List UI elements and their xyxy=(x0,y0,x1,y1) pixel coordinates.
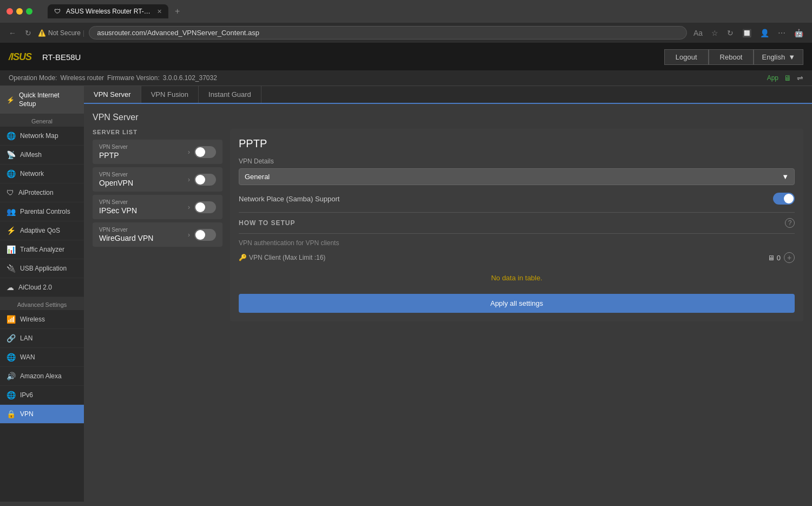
profile-icon[interactable]: 👤 xyxy=(758,27,771,40)
reboot-button[interactable]: Reboot xyxy=(709,49,754,65)
monitor-icon[interactable]: 🖥 xyxy=(784,74,791,82)
sidebar-item-aiprotection[interactable]: 🛡 AiProtection xyxy=(0,183,84,202)
vpn-auth-label: VPN authentication for VPN clients xyxy=(239,239,795,247)
vpn-client-text: VPN Client (Max Limit :16) xyxy=(249,254,325,261)
openvpn-name-label: OpenVPN xyxy=(99,179,133,187)
tab-title: ASUS Wireless Router RT-BE5... xyxy=(66,8,153,15)
url-text: asusrouter.com/Advanced_VPNServer_Conten… xyxy=(97,29,259,37)
operation-mode-value[interactable]: Wireless router xyxy=(60,74,104,82)
bookmark-icon[interactable]: ☆ xyxy=(709,27,721,40)
sidebar-label-amazon-alexa: Amazon Alexa xyxy=(20,372,62,380)
network-samba-toggle[interactable] xyxy=(773,193,795,205)
sidebar-item-network[interactable]: 🌐 Network xyxy=(0,165,84,183)
sidebar: ⚡ Quick Internet Setup General 🌐 Network… xyxy=(0,86,84,502)
firmware-version[interactable]: 3.0.0.6.102_37032 xyxy=(163,74,217,82)
active-tab[interactable]: 🛡 ASUS Wireless Router RT-BE5... ✕ xyxy=(48,4,168,18)
sidebar-item-ipv6[interactable]: 🌐 IPv6 xyxy=(0,386,84,405)
sidebar-item-parental-controls[interactable]: 👥 Parental Controls xyxy=(0,202,84,221)
tab-instant-guard[interactable]: Instant Guard xyxy=(199,86,261,103)
maximize-button[interactable] xyxy=(26,8,32,15)
logout-button[interactable]: Logout xyxy=(664,49,709,65)
refresh-icon[interactable]: ↻ xyxy=(725,27,736,40)
sidebar-item-adaptive-qos[interactable]: ⚡ Adaptive QoS xyxy=(0,221,84,240)
new-tab-button[interactable]: + xyxy=(171,4,184,18)
sidebar-item-usb-application[interactable]: 🔌 USB Application xyxy=(0,259,84,278)
sidebar-label-parental-controls: Parental Controls xyxy=(20,208,70,215)
server-item-openvpn-left: VPN Server OpenVPN xyxy=(99,172,133,187)
extension-icon[interactable]: 🔲 xyxy=(740,27,754,40)
network-icon[interactable]: ⇌ xyxy=(797,74,803,82)
sidebar-item-lan[interactable]: 🔗 LAN xyxy=(0,329,84,348)
close-button[interactable] xyxy=(6,8,13,15)
pptp-details-panel: PPTP VPN Details General ▼ Network Place… xyxy=(230,129,803,321)
vpn-details-dropdown[interactable]: General ▼ xyxy=(239,168,795,185)
tab-vpn-fusion[interactable]: VPN Fusion xyxy=(141,86,199,103)
ipsec-toggle[interactable] xyxy=(194,201,216,213)
titlebar: 🛡 ASUS Wireless Router RT-BE5... ✕ + xyxy=(0,0,812,23)
tab-close-button[interactable]: ✕ xyxy=(157,8,162,15)
how-to-setup-row: HOW TO SETUP ? xyxy=(239,212,795,234)
aiprotection-icon: 🛡 xyxy=(6,188,14,197)
sidebar-general-label: General xyxy=(0,114,84,127)
sidebar-item-aimesh[interactable]: 📡 AiMesh xyxy=(0,146,84,165)
server-item-pptp[interactable]: VPN Server PPTP › xyxy=(93,140,222,164)
refresh-button[interactable]: ↻ xyxy=(23,27,34,40)
tab-vpn-server[interactable]: VPN Server xyxy=(84,86,141,103)
network-icon: 🌐 xyxy=(6,169,16,178)
server-item-openvpn[interactable]: VPN Server OpenVPN › xyxy=(93,167,222,192)
help-icon[interactable]: ? xyxy=(785,218,795,228)
server-item-wireguard[interactable]: VPN Server WireGuard VPN › xyxy=(93,222,222,247)
warning-icon: ⚠️ xyxy=(38,29,46,37)
sidebar-item-network-map[interactable]: 🌐 Network Map xyxy=(0,127,84,146)
address-bar[interactable]: asusrouter.com/Advanced_VPNServer_Conten… xyxy=(89,26,687,40)
openvpn-toggle[interactable] xyxy=(194,174,216,186)
server-item-ipsec[interactable]: VPN Server IPSec VPN › xyxy=(93,195,222,219)
app-label: App xyxy=(767,74,778,82)
pptp-chevron-icon: › xyxy=(188,148,190,156)
toolbar-icons: Aa ☆ ↻ 🔲 👤 ⋯ 🤖 xyxy=(691,27,806,40)
monitor-icon: 🖥 xyxy=(768,254,775,262)
minimize-button[interactable] xyxy=(16,8,23,15)
server-item-openvpn-right: › xyxy=(188,174,216,186)
operation-mode-label: Operation Mode: xyxy=(9,74,57,82)
lan-icon: 🔗 xyxy=(6,334,16,343)
pptp-title: PPTP xyxy=(239,137,795,150)
server-item-pptp-left: VPN Server PPTP xyxy=(99,144,128,160)
content-tabs: VPN Server VPN Fusion Instant Guard xyxy=(84,86,812,104)
browser-chrome: 🛡 ASUS Wireless Router RT-BE5... ✕ + ← ↻… xyxy=(0,0,812,43)
sidebar-label-wan: WAN xyxy=(20,353,35,361)
ipv6-icon: 🌐 xyxy=(6,391,16,399)
content-area: VPN Server VPN Fusion Instant Guard VPN … xyxy=(84,86,812,502)
router-logo: /ISUS xyxy=(9,51,31,63)
browser-toolbar: ← ↻ ⚠️ Not Secure | asusrouter.com/Advan… xyxy=(0,23,812,43)
security-badge: ⚠️ Not Secure | xyxy=(38,29,84,37)
reader-mode-icon[interactable]: Aa xyxy=(691,27,705,40)
aimesh-icon: 📡 xyxy=(6,150,16,159)
sidebar-item-amazon-alexa[interactable]: 🔊 Amazon Alexa xyxy=(0,367,84,386)
sidebar-item-wan[interactable]: 🌐 WAN xyxy=(0,348,84,367)
sidebar-label-adaptive-qos: Adaptive QoS xyxy=(20,227,60,234)
content-panel: VPN Server SERVER LIST VPN Server PPTP xyxy=(84,104,812,502)
wireguard-name-label: WireGuard VPN xyxy=(99,234,153,242)
server-item-ipsec-right: › xyxy=(188,201,216,213)
wan-icon: 🌐 xyxy=(6,353,16,362)
apply-all-settings-button[interactable]: Apply all settings xyxy=(239,294,795,313)
copilot-icon[interactable]: 🤖 xyxy=(792,27,806,40)
sidebar-item-quick-setup[interactable]: ⚡ Quick Internet Setup xyxy=(0,86,84,114)
wireguard-toggle[interactable] xyxy=(194,229,216,241)
settings-icon[interactable]: ⋯ xyxy=(776,27,788,40)
sidebar-item-vpn[interactable]: 🔒 VPN xyxy=(0,405,84,424)
sidebar-item-aicloud[interactable]: ☁ AiCloud 2.0 xyxy=(0,278,84,297)
pptp-toggle[interactable] xyxy=(194,146,216,158)
sidebar-label-lan: LAN xyxy=(20,334,32,342)
sidebar-item-wireless[interactable]: 📶 Wireless xyxy=(0,310,84,329)
sidebar-item-traffic-analyzer[interactable]: 📊 Traffic Analyzer xyxy=(0,240,84,259)
dropdown-chevron-icon: ▼ xyxy=(782,173,789,181)
sidebar-label-network: Network xyxy=(20,170,44,178)
add-vpn-client-button[interactable]: + xyxy=(784,252,795,263)
language-selector[interactable]: English ▼ xyxy=(754,49,803,65)
router-model: RT-BE58U xyxy=(42,52,81,62)
pptp-name-label: PPTP xyxy=(99,151,128,160)
back-button[interactable]: ← xyxy=(6,27,18,40)
security-label: Not Secure xyxy=(48,29,81,37)
